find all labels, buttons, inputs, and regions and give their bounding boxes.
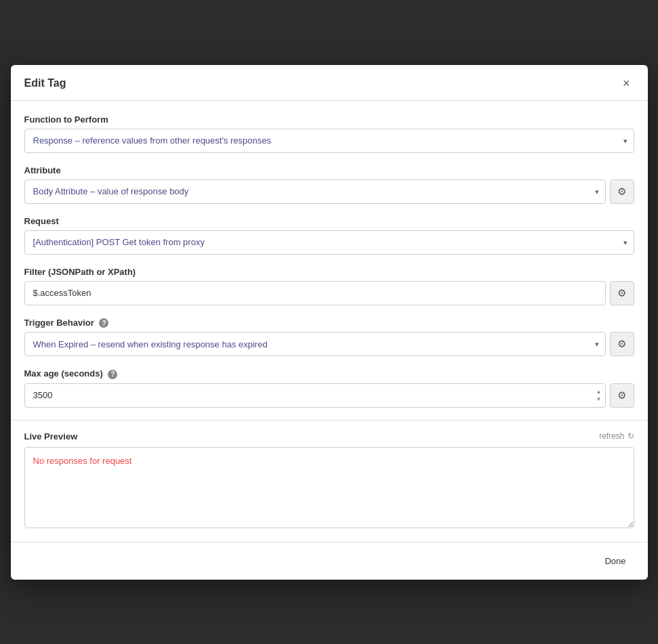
function-to-perform-label: Function to Perform [24,114,634,125]
modal-header: Edit Tag × [11,65,648,101]
live-preview-section: Live Preview refresh ↻ No responses for … [11,431,648,542]
max-age-input[interactable] [24,383,606,408]
attribute-select[interactable]: Body Attribute – value of response body [24,179,606,204]
max-age-spinner: ▲ ▼ [595,388,603,402]
max-age-help-icon: ? [108,370,117,379]
max-age-decrement-button[interactable]: ▼ [595,395,603,402]
request-select[interactable]: [Authentication] POST Get token from pro… [24,230,634,255]
trigger-behavior-group: Trigger Behavior ? When Expired – resend… [24,318,634,357]
request-group: Request [Authentication] POST Get token … [24,216,634,255]
function-to-perform-group: Function to Perform Response – reference… [24,114,634,153]
refresh-label: refresh [599,431,624,441]
trigger-behavior-label: Trigger Behavior ? [24,318,634,328]
max-age-number-wrapper: ▲ ▼ [24,383,606,408]
refresh-icon: ↻ [628,431,634,441]
attribute-group: Attribute Body Attribute – value of resp… [24,165,634,204]
attribute-select-wrapper: Body Attribute – value of response body … [24,179,606,204]
edit-tag-modal: Edit Tag × Function to Perform Response … [11,65,648,580]
request-select-wrapper: [Authentication] POST Get token from pro… [24,230,634,255]
live-preview-content: No responses for request [33,456,132,466]
max-age-increment-button[interactable]: ▲ [595,388,603,395]
attribute-gear-button[interactable]: ⚙ [610,179,634,204]
live-preview-header: Live Preview refresh ↻ [24,431,634,442]
modal-title: Edit Tag [24,77,66,89]
trigger-behavior-gear-button[interactable]: ⚙ [610,332,634,356]
modal-body: Function to Perform Response – reference… [11,101,648,408]
filter-input-row: ⚙ [24,281,634,305]
close-button[interactable]: × [619,76,634,91]
trigger-behavior-input-row: When Expired – resend when existing resp… [24,332,634,356]
filter-group: Filter (JSONPath or XPath) ⚙ [24,267,634,305]
max-age-group: Max age (seconds) ? ▲ ▼ ⚙ [24,368,634,408]
filter-label: Filter (JSONPath or XPath) [24,267,634,277]
modal-footer: Done [11,542,648,580]
attribute-input-row: Body Attribute – value of response body … [24,179,634,204]
refresh-button[interactable]: refresh ↻ [599,431,634,441]
filter-input[interactable] [24,281,606,305]
live-preview-label: Live Preview [24,431,78,442]
request-label: Request [24,216,634,226]
trigger-behavior-select-wrapper: When Expired – resend when existing resp… [24,332,606,356]
max-age-gear-button[interactable]: ⚙ [610,383,634,408]
filter-gear-button[interactable]: ⚙ [610,281,634,305]
modal-overlay: Edit Tag × Function to Perform Response … [0,0,658,644]
body-divider [11,420,648,421]
function-to-perform-select[interactable]: Response – reference values from other r… [24,129,634,153]
trigger-behavior-select[interactable]: When Expired – resend when existing resp… [24,332,606,356]
function-to-perform-wrapper: Response – reference values from other r… [24,129,634,153]
done-button[interactable]: Done [596,552,634,570]
attribute-label: Attribute [24,165,634,175]
live-preview-box: No responses for request [24,447,634,528]
max-age-label: Max age (seconds) ? [24,368,634,379]
trigger-behavior-help-icon: ? [99,318,108,328]
max-age-input-row: ▲ ▼ ⚙ [24,383,634,408]
